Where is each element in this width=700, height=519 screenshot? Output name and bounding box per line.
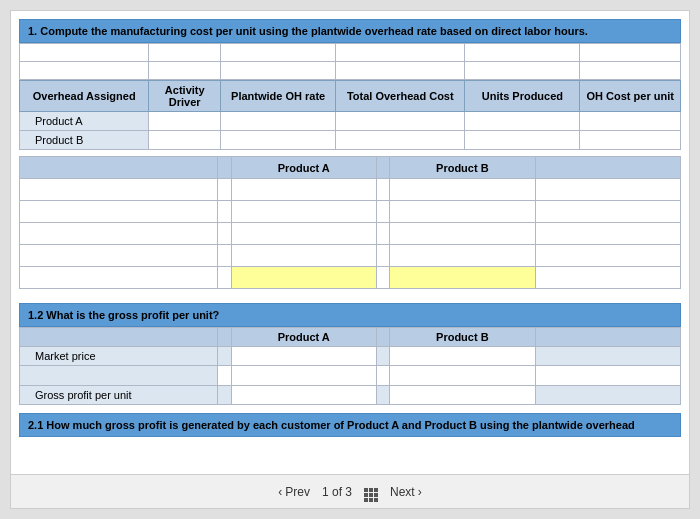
mid-r5-b-yellow[interactable] — [390, 267, 535, 289]
product-b-label: Product B — [20, 131, 149, 150]
mid-r5-a-yellow[interactable] — [231, 267, 376, 289]
gross-profit-b[interactable] — [390, 386, 535, 405]
product-a-activity[interactable] — [149, 112, 221, 131]
product-b-activity[interactable] — [149, 131, 221, 150]
gp-blank-b[interactable] — [390, 366, 535, 386]
page-info: 1 of 3 — [322, 485, 352, 499]
next-chevron-icon: › — [418, 485, 422, 499]
product-b-ohcost[interactable] — [580, 131, 681, 150]
product-a-total[interactable] — [336, 112, 465, 131]
product-b-units[interactable] — [465, 131, 580, 150]
top-yellow-cell-1[interactable] — [221, 44, 336, 62]
col-units-produced: Units Produced — [465, 81, 580, 112]
next-label: Next — [390, 485, 415, 499]
gp-product-b-header: Product B — [390, 328, 535, 347]
grid-icon — [364, 481, 378, 502]
mid-row-5 — [20, 267, 681, 289]
prev-button[interactable]: ‹ Prev — [278, 485, 310, 499]
mid-header-row: Product A Product B — [20, 157, 681, 179]
top-input-table — [19, 43, 681, 80]
market-price-a[interactable] — [231, 347, 376, 366]
blank-row-2 — [20, 62, 681, 80]
product-a-plantwide[interactable] — [221, 112, 336, 131]
market-price-row: Market price — [20, 347, 681, 366]
product-a-label: Product A — [20, 112, 149, 131]
product-b-plantwide[interactable] — [221, 131, 336, 150]
overhead-table-header: Overhead Assigned Activity Driver Plantw… — [20, 81, 681, 112]
gross-profit-table: Product A Product B Market price — [19, 327, 681, 405]
mid-row-4 — [20, 245, 681, 267]
product-b-row: Product B — [20, 131, 681, 150]
mid-r3-b[interactable] — [390, 223, 535, 245]
product-a-ohcost[interactable] — [580, 112, 681, 131]
gp-header-row: Product A Product B — [20, 328, 681, 347]
mid-r2-b[interactable] — [390, 201, 535, 223]
gross-profit-a[interactable] — [231, 386, 376, 405]
blank-row-1 — [20, 44, 681, 62]
bottom-nav: ‹ Prev 1 of 3 Next › — [11, 474, 689, 508]
mid-product-b-header: Product B — [390, 157, 535, 179]
mid-product-a-header: Product A — [231, 157, 376, 179]
mid-r3-a[interactable] — [231, 223, 376, 245]
gross-profit-row: Gross profit per unit — [20, 386, 681, 405]
market-price-label: Market price — [20, 347, 218, 366]
col-total-overhead: Total Overhead Cost — [336, 81, 465, 112]
col-plantwide-oh: Plantwide OH rate — [221, 81, 336, 112]
mid-row-3 — [20, 223, 681, 245]
content-area: 1. Compute the manufacturing cost per un… — [11, 11, 689, 474]
mid-r1-a[interactable] — [231, 179, 376, 201]
col-overhead-assigned: Overhead Assigned — [20, 81, 149, 112]
page-container: 1. Compute the manufacturing cost per un… — [10, 10, 690, 509]
mid-r2-a[interactable] — [231, 201, 376, 223]
section12-header: 1.2 What is the gross profit per unit? — [19, 303, 681, 327]
divider-2 — [19, 289, 681, 295]
next-button[interactable]: Next › — [390, 485, 422, 499]
section21-partial-header: 2.1 How much gross profit is generated b… — [19, 413, 681, 437]
section1-header: 1. Compute the manufacturing cost per un… — [19, 19, 681, 43]
market-price-b[interactable] — [390, 347, 535, 366]
product-a-row: Product A — [20, 112, 681, 131]
prev-label: Prev — [285, 485, 310, 499]
mid-r4-b[interactable] — [390, 245, 535, 267]
gross-profit-label: Gross profit per unit — [20, 386, 218, 405]
top-yellow-cell-2[interactable] — [336, 44, 465, 62]
product-b-total[interactable] — [336, 131, 465, 150]
col-oh-cost-per-unit: OH Cost per unit — [580, 81, 681, 112]
product-a-units[interactable] — [465, 112, 580, 131]
overhead-table: Overhead Assigned Activity Driver Plantw… — [19, 80, 681, 150]
mid-row-2 — [20, 201, 681, 223]
gp-blank-a[interactable] — [231, 366, 376, 386]
gp-product-a-header: Product A — [231, 328, 376, 347]
mid-r4-a[interactable] — [231, 245, 376, 267]
mid-r1-b[interactable] — [390, 179, 535, 201]
mid-table: Product A Product B — [19, 156, 681, 289]
prev-chevron-icon: ‹ — [278, 485, 282, 499]
col-activity-driver: Activity Driver — [149, 81, 221, 112]
gp-blank-row — [20, 366, 681, 386]
mid-row-1 — [20, 179, 681, 201]
